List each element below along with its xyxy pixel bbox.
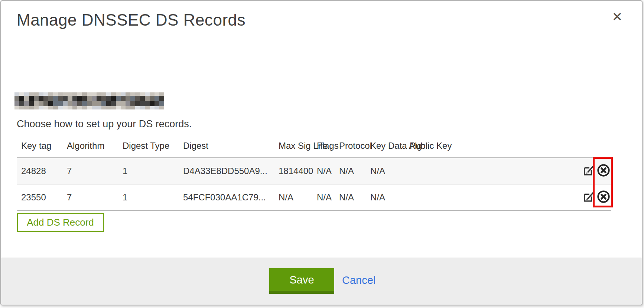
column-header-protocol: Protocol — [339, 138, 370, 158]
table-cell: N/A — [339, 158, 370, 184]
pixel-block — [19, 92, 24, 96]
pixel-block — [72, 101, 77, 106]
pixel-block — [77, 96, 82, 101]
pixel-block — [19, 96, 24, 101]
column-header-actions — [576, 138, 611, 158]
row-actions — [576, 158, 611, 184]
table-cell: N/A — [370, 158, 410, 184]
pixel-block — [121, 106, 126, 109]
pixel-block — [150, 106, 155, 109]
pixel-block — [68, 92, 72, 96]
pixel-block — [101, 92, 106, 96]
delete-icon[interactable] — [596, 190, 611, 204]
pixel-block — [77, 106, 82, 109]
pixel-block — [24, 96, 29, 101]
pixel-block — [48, 92, 53, 96]
save-button[interactable]: Save — [269, 268, 334, 294]
pixel-block — [48, 106, 53, 109]
pixel-block — [24, 92, 29, 96]
pixel-block — [135, 101, 140, 106]
pixel-block — [19, 101, 24, 106]
pixel-block — [53, 96, 58, 101]
table-cell: N/A — [279, 184, 317, 210]
pixel-block — [140, 101, 145, 106]
table-cell: 54FCF030AA1C79... — [183, 184, 279, 210]
pixel-block — [29, 101, 34, 106]
table-header-row: Key tagAlgorithmDigest TypeDigestMax Sig… — [17, 138, 611, 158]
table-row: 235507154FCF030AA1C79...N/AN/AN/AN/A — [17, 184, 611, 210]
pixel-block — [58, 96, 63, 101]
pixel-block — [140, 106, 145, 109]
table-cell — [410, 158, 576, 184]
pixel-block — [68, 101, 72, 106]
column-header-max-sig-life: Max Sig Life — [279, 138, 317, 158]
pixel-block — [29, 106, 34, 109]
pixel-block — [145, 96, 150, 101]
pixel-block — [72, 106, 77, 109]
pixel-block — [106, 92, 111, 96]
pixel-block — [145, 101, 150, 106]
column-header-public-key: Public Key — [410, 138, 576, 158]
pixel-block — [121, 96, 126, 101]
pixel-block — [111, 92, 116, 96]
column-header-digest-type: Digest Type — [123, 138, 183, 158]
pixel-block — [48, 96, 53, 101]
pixel-block — [116, 106, 121, 109]
add-ds-record-button[interactable]: Add DS Record — [17, 213, 104, 232]
edit-icon[interactable] — [583, 190, 595, 203]
column-header-digest: Digest — [183, 138, 279, 158]
pixel-block — [24, 106, 29, 109]
pixel-block — [39, 101, 43, 106]
pixel-block — [39, 92, 43, 96]
table-cell: 1 — [123, 158, 183, 184]
cancel-link[interactable]: Cancel — [342, 274, 375, 286]
pixel-block — [130, 106, 135, 109]
table-cell: D4A33E8DD550A9... — [183, 158, 279, 184]
pixel-block — [53, 101, 58, 106]
pixel-block — [24, 101, 29, 106]
pixel-block — [121, 101, 126, 106]
pixel-block — [39, 96, 43, 101]
pixel-block — [145, 92, 150, 96]
pixel-block — [116, 96, 121, 101]
pixel-block — [101, 106, 106, 109]
pixel-block — [155, 106, 159, 109]
pixel-block — [72, 92, 77, 96]
pixel-block — [87, 92, 92, 96]
pixel-block — [130, 101, 135, 106]
pixel-block — [150, 101, 155, 106]
pixel-block — [111, 101, 116, 106]
pixel-block — [159, 106, 164, 109]
pixel-block — [29, 92, 34, 96]
pixel-block — [39, 106, 43, 109]
pixel-block — [68, 106, 72, 109]
pixel-block — [77, 101, 82, 106]
delete-icon[interactable] — [596, 163, 611, 177]
table-cell: 24828 — [17, 158, 67, 184]
table-cell: N/A — [317, 184, 339, 210]
pixel-block — [82, 96, 87, 101]
pixel-block — [116, 101, 121, 106]
pixel-block — [135, 106, 140, 109]
pixel-block — [53, 92, 58, 96]
table-cell: 1 — [123, 184, 183, 210]
pixel-block — [34, 96, 39, 101]
pixel-block — [72, 96, 77, 101]
pixel-block — [135, 92, 140, 96]
table-cell: N/A — [370, 184, 410, 210]
close-icon[interactable]: ✕ — [609, 9, 625, 25]
pixel-block — [34, 106, 39, 109]
pixel-block — [77, 92, 82, 96]
pixel-block — [63, 106, 68, 109]
table-row: 2482871D4A33E8DD550A9...1814400N/AN/AN/A — [17, 158, 611, 184]
column-header-key-data-alg: Key Data Alg — [370, 138, 410, 158]
pixel-block — [111, 96, 116, 101]
pixel-block — [150, 96, 155, 101]
ds-records-table: Key tagAlgorithmDigest TypeDigestMax Sig… — [17, 138, 611, 211]
pixel-block — [87, 106, 92, 109]
table-cell: N/A — [339, 184, 370, 210]
edit-icon[interactable] — [583, 164, 595, 176]
pixel-block — [159, 92, 164, 96]
pixel-block — [150, 92, 155, 96]
pixel-block — [48, 101, 53, 106]
